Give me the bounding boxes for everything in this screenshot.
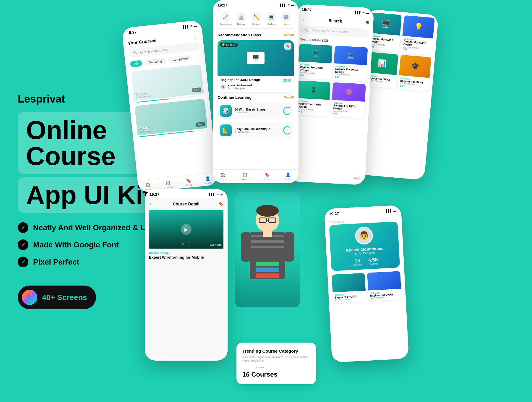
nav-courses[interactable]: 📋 Courses: [241, 172, 249, 181]
src-card-4[interactable]: 🎨 UI Design Baginer For UX/UI Design Jer…: [331, 82, 366, 118]
category-row: 📈 Marketing 🔬 Biology ✏️ Design 💻 Coding…: [218, 12, 294, 29]
svg-rect-10: [284, 232, 294, 262]
check-icon-3: ✓: [18, 257, 28, 267]
more-dots-icon[interactable]: ⋮: [192, 33, 198, 40]
pause-icon[interactable]: ⏸: [181, 242, 184, 246]
stat-students-value: 4.5K: [368, 257, 379, 263]
course-card-1[interactable]: Designer 10/30 Lessons 50%: [131, 64, 204, 103]
badge-screens: 40+: [42, 293, 55, 302]
nav-saved-label: Saved: [264, 178, 270, 181]
svg-rect-14: [256, 262, 279, 266]
bookmark6-icon[interactable]: 🔖: [218, 202, 223, 206]
cat-marketing[interactable]: 📈 Marketing: [220, 12, 231, 25]
video-controls: ⏸ ⛶: [149, 242, 223, 246]
author-info: Khaled Mohammed Sr. UI Designer: [228, 84, 252, 90]
phone3-content: 📈 Marketing 🔬 Biology ✏️ Design 💻 Coding…: [213, 9, 299, 182]
rec-card-1[interactable]: ⭐ 4.4 (532) 🔖 🖥️ Baginer For UX/UI Desig…: [218, 40, 294, 92]
search-placeholder: Search your course: [140, 48, 168, 54]
inst-img-1: [332, 273, 366, 292]
nav-home[interactable]: 🏠 Home: [220, 172, 226, 181]
continue-see-all[interactable]: See All: [284, 96, 294, 99]
tab-courses-label: Courses: [164, 186, 173, 189]
phone4-status: ▌▌▌ ≋ ▬: [355, 11, 369, 14]
stat-uploaded-value: 10: [352, 258, 362, 264]
saved-icon: 🔖: [186, 178, 192, 184]
rec-card-title-row: Baginer For UX/UI Design $248: [220, 78, 291, 83]
bookmark-btn[interactable]: 🔖: [284, 43, 291, 50]
rec-see-all[interactable]: See All: [284, 33, 294, 37]
back6-btn[interactable]: ←: [149, 201, 154, 207]
marketing-icon: 📈: [221, 12, 230, 22]
phone8-status: ▌▌▌ ▬: [386, 209, 397, 213]
svg-rect-12: [256, 273, 279, 278]
cat-biology[interactable]: 🔬 Biology: [236, 12, 246, 25]
tab-home[interactable]: 🏠 Home: [144, 182, 151, 191]
phone4-content: ← Search ⊞ 🔍 Search course, topic, mento…: [288, 13, 374, 184]
src-info-2: UI Design Baginer For UX/UI Design Jerre…: [333, 63, 367, 82]
phone3-header: 19:27 ▌▌▌ ≋ ▬: [213, 0, 299, 9]
course-video[interactable]: ▶ 0:00 / 2:25 ⏸ ⛶: [149, 210, 223, 249]
settings-icon[interactable]: ⊞: [366, 20, 369, 25]
signal6-icon: ▌▌▌: [209, 193, 215, 196]
tab-ongoing[interactable]: On Going: [144, 58, 166, 66]
src5-info-2: UI Design Baginer For UX/UI Design Jerre…: [401, 36, 433, 55]
src5-card-4[interactable]: 🎓 UI Design Baginer For UX/UI Jerremy Ma…: [398, 55, 432, 92]
src5-card-2[interactable]: 💡 UI Design Baginer For UX/UI Design Jer…: [401, 15, 435, 55]
rec-card-title: Baginer For UX/UI Design: [220, 78, 260, 82]
src-info-3: UI Design Baginer For UX/UI Design Jerre…: [296, 98, 330, 116]
back-btn[interactable]: ←: [301, 16, 306, 22]
skip-btn[interactable]: Skip: [353, 176, 361, 180]
nav-profile[interactable]: 👤 Profile: [285, 172, 291, 181]
src-card-1[interactable]: 🖥️ UI Design Baginer For UX/UI Design Je…: [298, 44, 332, 80]
learning-progress-2: 4 / 12 Session: [235, 131, 280, 133]
design-icon: ✏️: [252, 12, 261, 22]
nav-saved[interactable]: 🔖 Saved: [264, 172, 270, 181]
search-grid-5: 🖥️ UI Design Baginer For UX/UI Design Je…: [365, 12, 435, 92]
signal3-icon: ▌▌▌: [280, 4, 286, 7]
phone-course-detail: 19:27 ▌▌▌ ≋ ▬ ← Course Detail 🔖 ▶ 0:00 /…: [145, 189, 228, 361]
nav-home-label: Home: [220, 178, 226, 181]
tab-completed[interactable]: Completed: [168, 55, 192, 63]
author-role: Sr. UI Designer: [228, 87, 252, 90]
src-card-3[interactable]: 📱 UI Design Baginer For UX/UI Design Jer…: [296, 80, 330, 116]
phone6-time: 19:27: [150, 192, 159, 197]
badge-text: 40+ Screens: [42, 293, 87, 302]
person-silhouette: [241, 197, 294, 303]
fullscreen-icon[interactable]: ⛶: [188, 242, 192, 246]
tab-saved[interactable]: 🔖 Saved: [185, 178, 192, 187]
video-center: ▶: [181, 224, 192, 235]
instructor-role: Sr. UI Designer: [355, 251, 375, 255]
learning-info-2: Easy Calculus Technique 4 / 12 Session: [235, 127, 280, 133]
phone6-header: 19:27 ▌▌▌ ≋ ▬: [145, 189, 228, 198]
cat-coding[interactable]: 💻 Coding: [267, 12, 276, 25]
stat-uploaded: 10 Uploaded: [352, 258, 363, 267]
badge-label: Screens: [55, 293, 87, 302]
inst-card-2[interactable]: UI Design Baginer For UX/UI Jerremy Mami…: [367, 271, 402, 301]
feature-label-1: Neatly And Well Organized & Layer: [33, 223, 161, 232]
phone1-status: ▌▌▌ ≋ ▬: [183, 24, 197, 29]
src5-img-2: 💡: [402, 15, 435, 38]
course-card-2[interactable]: UI Role 18/30 Lessons 80%: [134, 99, 208, 137]
cat-design[interactable]: ✏️ Design: [252, 12, 261, 25]
tab-saved-label: Saved: [185, 184, 192, 187]
cat-more[interactable]: ⚙️ More: [281, 12, 291, 25]
phone6-title: Course Detail: [157, 202, 215, 206]
inst-card-1[interactable]: UI Design Baginer For UX/UI Jerremy Mami…: [332, 273, 366, 303]
inst-img-2: [367, 271, 401, 291]
src-card-2[interactable]: 💻 UI Design Baginer For UX/UI Design Jer…: [333, 46, 368, 82]
phone4-search[interactable]: 🔍 Search course, topic, mentor...: [300, 25, 369, 37]
signal4-icon: ▌▌▌: [355, 11, 361, 14]
play-btn[interactable]: ▶: [181, 224, 192, 235]
phone-search: 19:27 ▌▌▌ ≋ ▬ ← Search ⊞ 🔍 Search course…: [288, 4, 374, 185]
phone6-content: ← Course Detail 🔖 ▶ 0:00 / 2:25 ⏸ ⛶ Grap…: [145, 198, 228, 359]
learning-item-2[interactable]: 📐 Easy Calculus Technique 4 / 12 Session: [218, 122, 294, 139]
tab-all[interactable]: All: [130, 60, 142, 67]
nav-profile-label: Profile: [285, 178, 291, 181]
courses-icon: 📋: [165, 180, 171, 186]
phone8-content: Course Detail 👨 Khaled Mohammed Sr. UI D…: [325, 214, 409, 361]
src-img-3: 📱: [296, 80, 330, 100]
tab-courses[interactable]: 📋 Courses: [163, 180, 173, 189]
tab-profile[interactable]: 👤 Profile: [204, 176, 212, 185]
learning-item-1[interactable]: 🎲 3d With Bassic Shape 5 / 8 Session: [218, 103, 294, 119]
stat-students: 4.5K Students: [368, 257, 379, 266]
